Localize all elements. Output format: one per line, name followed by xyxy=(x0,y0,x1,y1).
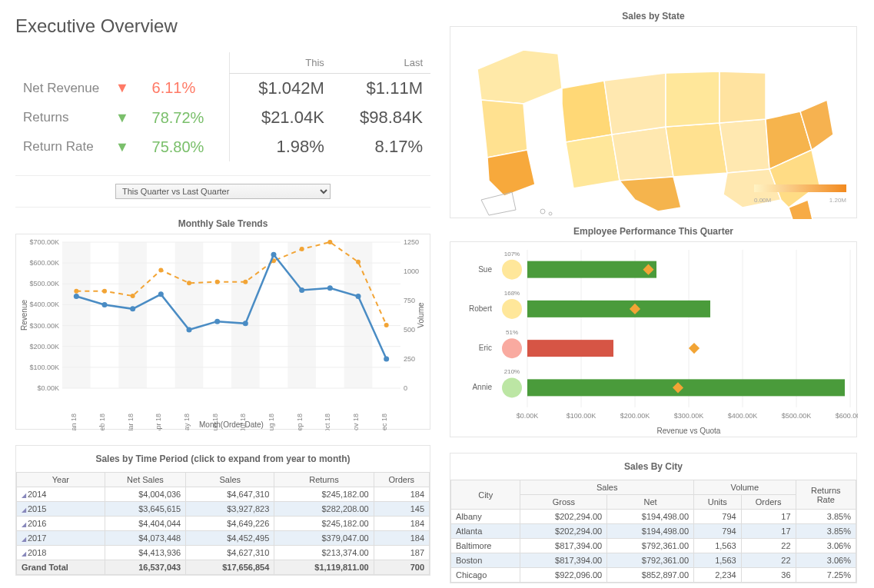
svg-text:$0.00K: $0.00K xyxy=(37,384,59,392)
svg-text:Robert: Robert xyxy=(469,304,492,313)
kpi-last: 8.17% xyxy=(332,132,430,161)
svg-point-42 xyxy=(131,294,135,298)
svg-rect-99 xyxy=(527,340,613,357)
city-subcol[interactable]: Units xyxy=(694,495,742,510)
kpi-this: $21.04K xyxy=(230,103,332,132)
table-row[interactable]: ◢2015$3,645,615$3,927,823$282,208.00145 xyxy=(17,502,430,517)
svg-text:May 18: May 18 xyxy=(183,414,191,430)
period-col[interactable]: Net Sales xyxy=(105,473,186,487)
kpi-col-last: Last xyxy=(332,52,430,74)
expand-icon[interactable]: ◢ xyxy=(22,536,26,543)
svg-rect-100 xyxy=(689,343,700,354)
returns-col[interactable]: ReturnsRate xyxy=(796,480,856,510)
svg-text:$200.00K: $200.00K xyxy=(620,412,650,420)
svg-text:107%: 107% xyxy=(504,251,520,257)
table-row[interactable]: Boston$817,394.00$792,361.001,563223.06% xyxy=(451,553,856,568)
kpi-this: 1.98% xyxy=(230,132,332,161)
svg-text:$400.00K: $400.00K xyxy=(728,412,758,420)
svg-text:$700.00K: $700.00K xyxy=(29,238,59,246)
trend-arrow-icon: ▼ xyxy=(108,103,145,132)
svg-text:Volume: Volume xyxy=(417,302,425,328)
monthly-trends-chart[interactable]: $0.00K$100.00K$200.00K$300.00K$400.00K$5… xyxy=(15,234,430,430)
employee-chart[interactable]: $0.00K$100.00K$200.00K$300.00K$400.00K$5… xyxy=(450,241,857,437)
period-col[interactable]: Returns xyxy=(274,473,374,487)
svg-text:$100.00K: $100.00K xyxy=(567,412,597,420)
svg-point-40 xyxy=(74,289,78,294)
svg-point-57 xyxy=(214,319,220,324)
svg-text:Nov 18: Nov 18 xyxy=(352,414,360,430)
svg-text:$500.00K: $500.00K xyxy=(782,412,812,420)
kpi-pct: 78.72% xyxy=(145,103,230,132)
svg-point-52 xyxy=(74,294,79,299)
svg-text:Apr 18: Apr 18 xyxy=(155,414,162,430)
expand-icon[interactable]: ◢ xyxy=(22,507,26,513)
svg-point-87 xyxy=(502,260,522,280)
volume-group[interactable]: Volume xyxy=(694,480,796,495)
trend-arrow-icon: ▼ xyxy=(108,132,145,161)
svg-text:$500.00K: $500.00K xyxy=(29,280,59,287)
city-table[interactable]: CitySalesVolumeReturnsRateGrossNetUnitsO… xyxy=(450,480,856,583)
period-filter-select[interactable]: This Quarter vs Last Quarter xyxy=(115,184,331,199)
period-col[interactable]: Sales xyxy=(186,473,274,487)
svg-rect-94 xyxy=(527,301,710,317)
svg-point-59 xyxy=(271,252,277,257)
sales-group[interactable]: Sales xyxy=(520,480,694,495)
svg-point-92 xyxy=(502,299,522,319)
city-subcol[interactable]: Orders xyxy=(741,495,796,510)
period-table[interactable]: YearNet SalesSalesReturnsOrders◢2014$4,0… xyxy=(16,472,430,575)
svg-text:Revenue vs Quota: Revenue vs Quota xyxy=(657,427,721,435)
table-row[interactable]: Albany$202,294.00$194,498.00794173.85% xyxy=(451,510,856,524)
table-row[interactable]: Atlanta$202,294.00$194,498.00794173.85% xyxy=(451,524,856,539)
svg-point-41 xyxy=(102,289,107,294)
kpi-label: Returns xyxy=(15,103,108,132)
svg-point-45 xyxy=(215,280,220,284)
svg-point-49 xyxy=(327,240,332,244)
svg-point-46 xyxy=(243,280,248,284)
svg-point-58 xyxy=(243,321,248,326)
table-row[interactable]: ◢2014$4,004,036$4,647,310$245,182.00184 xyxy=(17,487,430,502)
svg-text:$200.00K: $200.00K xyxy=(29,343,59,350)
svg-point-60 xyxy=(299,287,304,293)
svg-point-97 xyxy=(502,338,522,358)
city-col[interactable]: City xyxy=(451,480,520,510)
period-col[interactable]: Orders xyxy=(374,473,429,487)
page-title: Executive Overview xyxy=(15,15,430,37)
svg-text:0.00M: 0.00M xyxy=(754,197,772,204)
city-table-title: Sales By City xyxy=(450,458,856,475)
expand-icon[interactable]: ◢ xyxy=(22,550,26,557)
svg-point-63 xyxy=(384,357,389,362)
svg-rect-4 xyxy=(287,242,316,388)
svg-point-43 xyxy=(158,267,163,272)
svg-text:Annie: Annie xyxy=(472,383,492,391)
employee-title: Employee Performance This Quarter xyxy=(450,226,857,237)
svg-point-62 xyxy=(356,294,361,299)
city-subcol[interactable]: Gross xyxy=(520,495,607,510)
svg-text:1000: 1000 xyxy=(404,267,419,275)
table-row[interactable]: ◢2017$4,073,448$4,452,495$379,047.00184 xyxy=(17,531,430,546)
svg-point-50 xyxy=(356,260,361,264)
kpi-table: This Last Net Revenue ▼ 6.11% $1.042M $1… xyxy=(15,52,430,161)
svg-text:51%: 51% xyxy=(506,329,518,336)
city-subcol[interactable]: Net xyxy=(607,495,694,510)
table-row[interactable]: Chicago$922,096.00$852,897.002,234367.25… xyxy=(451,568,856,583)
svg-text:Mar 18: Mar 18 xyxy=(127,414,135,430)
period-col[interactable]: Year xyxy=(17,473,105,487)
svg-point-44 xyxy=(187,281,191,285)
svg-point-67 xyxy=(540,209,545,214)
svg-point-51 xyxy=(384,323,389,327)
sales-map[interactable]: 0.00M1.20M xyxy=(450,26,857,218)
svg-text:$300.00K: $300.00K xyxy=(674,412,704,420)
svg-text:$400.00K: $400.00K xyxy=(29,301,59,308)
svg-rect-104 xyxy=(527,379,845,396)
table-row[interactable]: ◢2016$4,404,044$4,649,226$245,182.00184 xyxy=(17,517,430,531)
expand-icon[interactable]: ◢ xyxy=(22,521,26,528)
expand-icon[interactable]: ◢ xyxy=(22,492,26,499)
svg-text:$0.00K: $0.00K xyxy=(517,412,539,420)
kpi-label: Return Rate xyxy=(15,132,108,161)
table-row[interactable]: Baltimore$817,394.00$792,361.001,563223.… xyxy=(451,539,856,553)
svg-point-56 xyxy=(187,327,192,333)
svg-text:Eric: Eric xyxy=(479,344,492,352)
table-row[interactable]: ◢2018$4,413,936$4,627,310$213,374.00187 xyxy=(17,546,430,560)
svg-text:Dec 18: Dec 18 xyxy=(381,414,388,430)
trend-arrow-icon: ▼ xyxy=(108,74,145,104)
